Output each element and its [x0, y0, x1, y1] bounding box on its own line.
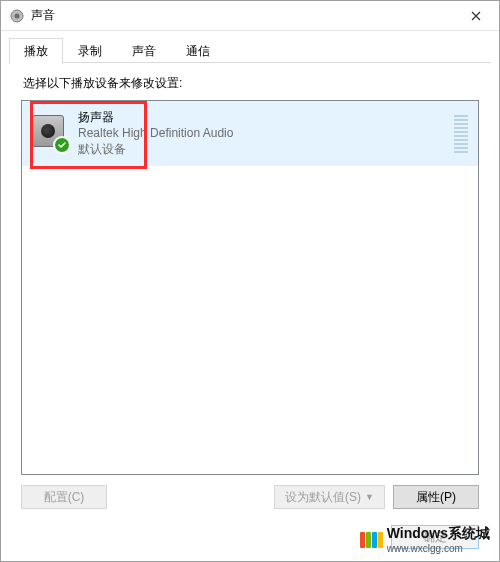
device-action-row: 配置(C) 设为默认值(S) ▼ 属性(P)	[21, 475, 479, 509]
playback-device-list[interactable]: 扬声器 Realtek High Definition Audio 默认设备	[21, 100, 479, 475]
tab-label: 声音	[132, 44, 156, 58]
tab-underline	[9, 62, 491, 63]
svg-point-1	[15, 13, 20, 18]
tab-content: 选择以下播放设备来修改设置: 扬声器 Realtek High Definiti…	[1, 63, 499, 515]
watermark-sub: www.wxclgg.com	[387, 543, 490, 554]
titlebar: 声音	[1, 1, 499, 31]
configure-button[interactable]: 配置(C)	[21, 485, 107, 509]
chevron-down-icon: ▼	[365, 492, 374, 502]
device-row[interactable]: 扬声器 Realtek High Definition Audio 默认设备	[22, 101, 478, 166]
button-label: 属性(P)	[416, 489, 456, 506]
tab-playback[interactable]: 播放	[9, 38, 63, 64]
device-text: 扬声器 Realtek High Definition Audio 默认设备	[78, 109, 233, 158]
default-check-icon	[53, 136, 71, 154]
close-button[interactable]	[453, 1, 499, 31]
button-label: 配置(C)	[44, 489, 85, 506]
tab-label: 录制	[78, 44, 102, 58]
tab-communications[interactable]: 通信	[171, 38, 225, 64]
watermark: Windows系统城 www.wxclgg.com	[356, 523, 494, 556]
sound-dialog: 声音 播放 录制 声音 通信 选择以下播放设备来修改设置: 扬声器 Real	[0, 0, 500, 562]
tab-strip: 播放 录制 声音 通信	[1, 31, 499, 63]
device-icon-wrap	[32, 115, 68, 151]
tab-label: 播放	[24, 44, 48, 58]
watermark-text: Windows系统城 www.wxclgg.com	[387, 525, 490, 554]
spacer	[115, 485, 266, 509]
tab-label: 通信	[186, 44, 210, 58]
window-title: 声音	[31, 7, 453, 24]
button-label: 设为默认值(S)	[285, 489, 361, 506]
device-status: 默认设备	[78, 141, 233, 157]
set-default-button[interactable]: 设为默认值(S) ▼	[274, 485, 385, 509]
app-icon	[9, 8, 25, 24]
tab-sounds[interactable]: 声音	[117, 38, 171, 64]
device-name: 扬声器	[78, 109, 233, 125]
vu-meter	[454, 111, 468, 155]
device-driver: Realtek High Definition Audio	[78, 125, 233, 141]
instruction-text: 选择以下播放设备来修改设置:	[23, 75, 479, 92]
windows-flag-icon	[360, 532, 383, 548]
properties-button[interactable]: 属性(P)	[393, 485, 479, 509]
tab-recording[interactable]: 录制	[63, 38, 117, 64]
watermark-main: Windows系统城	[387, 525, 490, 541]
